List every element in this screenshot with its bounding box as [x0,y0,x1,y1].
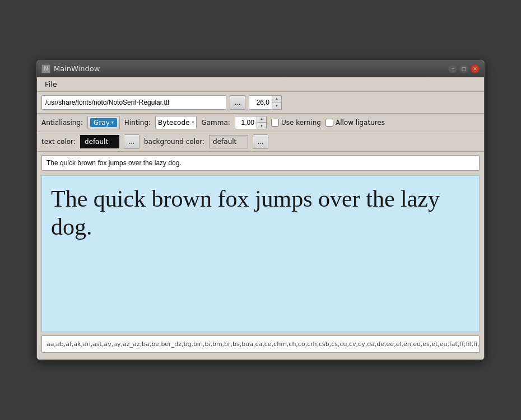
font-toolbar: ... ▴ ▾ [37,92,484,114]
gamma-spinbox[interactable]: ▴ ▾ [235,116,267,129]
language-codes: aa,ab,af,ak,an,ast,av,ay,az_az,ba,be,ber… [41,335,480,353]
preview-area: The quick brown fox jumps over the lazy … [41,175,480,332]
titlebar: N MainWindow － □ ✕ [37,60,484,77]
antialiasing-caret: ▾ [111,120,114,125]
hinting-dropdown[interactable]: Bytecode ▾ [155,116,197,129]
antialiasing-label: Antialiasing: [41,119,83,127]
minimize-button[interactable]: － [448,64,457,73]
text-color-display[interactable]: default [80,135,119,148]
color-toolbar: text color: default ... background color… [37,132,484,152]
gamma-input[interactable] [235,118,257,127]
bg-color-label: background color: [144,138,204,146]
text-color-browse-button[interactable]: ... [124,134,139,149]
use-kerning-group[interactable]: Use kerning [271,119,321,127]
use-kerning-label: Use kerning [281,119,321,127]
settings-toolbar: Antialiasing: Gray ▾ Hinting: Bytecode ▾… [37,114,484,132]
antialiasing-dropdown[interactable]: Gray ▾ [87,116,120,129]
hinting-caret: ▾ [192,120,194,125]
gamma-up[interactable]: ▴ [257,116,266,123]
preview-text-display: The quick brown fox jumps over the lazy … [51,185,470,241]
spinbox-down[interactable]: ▾ [272,102,281,110]
use-kerning-checkbox[interactable] [271,119,279,127]
window-icon: N [41,64,50,73]
maximize-button[interactable]: □ [459,64,468,73]
main-window: N MainWindow － □ ✕ File ... ▴ ▾ [36,60,485,361]
antialiasing-value: Gray ▾ [90,118,117,127]
menu-file[interactable]: File [41,79,61,90]
spinbox-up[interactable]: ▴ [272,95,281,103]
font-size-input[interactable] [249,97,272,108]
allow-ligatures-label: Allow ligatures [336,119,385,127]
font-size-spinbox[interactable]: ▴ ▾ [249,95,282,110]
gamma-down[interactable]: ▾ [257,123,266,129]
font-browse-button[interactable]: ... [230,95,245,110]
hinting-value: Bytecode [158,119,189,127]
titlebar-controls: － □ ✕ [448,64,480,73]
text-color-label: text color: [41,138,76,146]
font-path-input[interactable] [41,95,226,110]
hinting-label: Hinting: [124,119,151,127]
allow-ligatures-group[interactable]: Allow ligatures [325,119,385,127]
spinbox-arrows: ▴ ▾ [272,95,281,110]
gamma-label: Gamma: [201,119,230,127]
titlebar-left: N MainWindow [41,64,100,73]
bg-color-display[interactable]: default [209,135,248,148]
close-button[interactable]: ✕ [471,64,480,73]
allow-ligatures-checkbox[interactable] [325,119,333,127]
content-area: ... ▴ ▾ Antialiasing: Gray ▾ Hinting: By… [37,92,484,360]
window-title: MainWindow [54,64,100,73]
preview-text-input[interactable] [41,155,480,171]
bg-color-browse-button[interactable]: ... [253,134,268,149]
gamma-arrows: ▴ ▾ [257,116,266,129]
menubar: File [37,77,484,92]
